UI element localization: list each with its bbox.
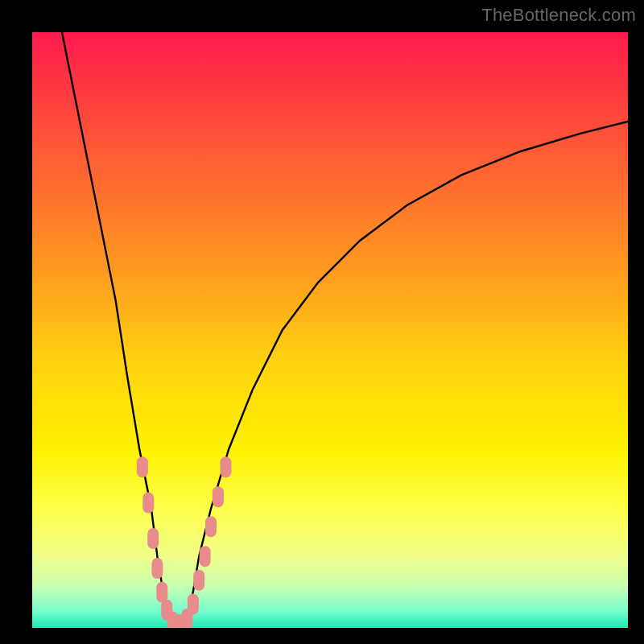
curve-layer <box>32 32 628 628</box>
plot-area <box>32 32 628 628</box>
highlighted-points <box>137 456 232 628</box>
marker <box>142 493 154 514</box>
marker <box>213 486 224 507</box>
marker <box>151 558 163 579</box>
marker <box>205 516 217 537</box>
marker <box>147 528 159 549</box>
marker <box>137 456 148 477</box>
marker <box>188 593 199 614</box>
bottleneck-curve <box>62 32 628 628</box>
marker <box>193 570 204 591</box>
marker <box>156 582 167 603</box>
chart-frame: TheBottleneck.com <box>0 0 644 644</box>
watermark-text: TheBottleneck.com <box>481 5 636 26</box>
marker <box>200 546 211 567</box>
marker <box>221 456 232 477</box>
